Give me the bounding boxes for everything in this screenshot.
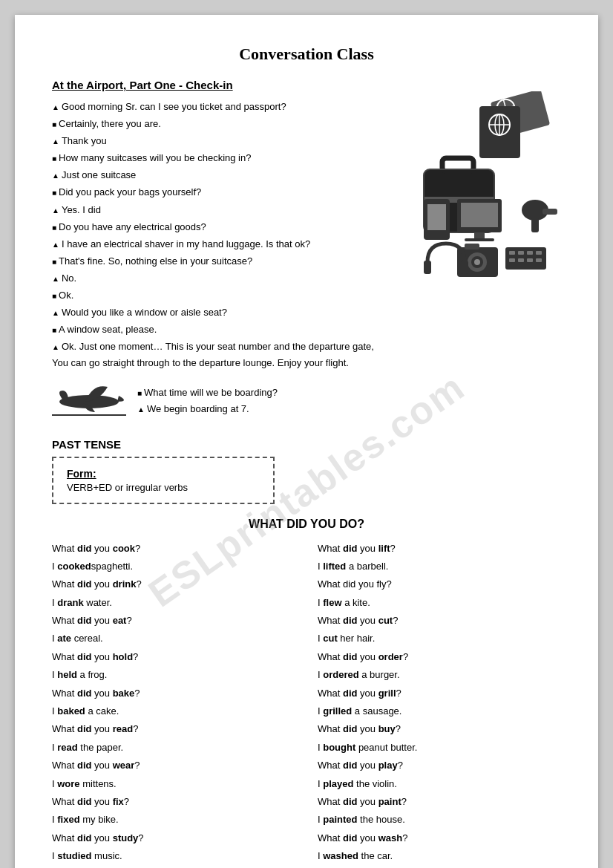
- dialogue-line-14: A window seat, please.: [52, 322, 383, 338]
- airport-section-title: At the Airport, Part One - Check-in: [52, 79, 561, 91]
- form-content: VERB+ED or irregular verbs: [67, 482, 188, 493]
- left-column: What did you cook? I cookedspaghetti. Wh…: [52, 540, 295, 869]
- list-item: I drank water.: [52, 594, 295, 611]
- list-item: I wore mittens.: [52, 775, 295, 792]
- svg-point-25: [474, 259, 480, 265]
- list-item: I ordered a burger.: [318, 666, 561, 683]
- list-item: What did you dust?: [318, 866, 561, 868]
- dialogue-line-7: Yes. I did: [52, 202, 383, 218]
- svg-rect-37: [461, 261, 468, 274]
- list-item: What did you fix?: [52, 793, 295, 810]
- dialogue-line-6: Did you pack your bags yourself?: [52, 184, 383, 200]
- svg-rect-31: [536, 251, 542, 255]
- list-item: What did you fly?: [318, 575, 561, 593]
- boarding-line-2: We begin boarding at 7.: [137, 401, 278, 417]
- list-item: What did you wear?: [52, 757, 295, 774]
- svg-rect-34: [527, 258, 533, 262]
- page: ESLprintables.com Conversation Class At …: [15, 15, 598, 868]
- list-item: What did you eat?: [52, 612, 295, 629]
- svg-rect-18: [465, 238, 494, 241]
- list-item: I washed the car.: [318, 847, 561, 864]
- conversation-section: Good morning Sr. can I see you ticket an…: [52, 99, 561, 372]
- dialogue-line-13: Would you like a window or aisle seat?: [52, 304, 383, 321]
- plane-icon-container: [52, 379, 126, 423]
- list-item: I read the paper.: [52, 739, 295, 756]
- form-box: Form: VERB+ED or irregular verbs: [52, 457, 275, 504]
- past-tense-section: PAST TENSE Form: VERB+ED or irregular ve…: [52, 438, 561, 869]
- list-item: I studied music.: [52, 847, 295, 864]
- plane-icon: [52, 379, 126, 420]
- list-item: I cookedspaghetti.: [52, 558, 295, 575]
- svg-rect-29: [518, 251, 524, 255]
- dialogue-line-12: Ok.: [52, 287, 383, 304]
- boarding-line-1: What time will we be boarding?: [137, 385, 278, 401]
- what-did-header: WHAT DID YOU DO?: [52, 518, 561, 531]
- list-item: I ate cereal.: [52, 630, 295, 647]
- list-item: I flew a kite.: [318, 594, 561, 611]
- svg-rect-30: [527, 251, 533, 255]
- list-item: What did you play?: [318, 757, 561, 774]
- list-item: What did you grill?: [318, 685, 561, 702]
- list-item: What did you buy?: [318, 720, 561, 737]
- dialogue-line-8: Do you have any electrical goods?: [52, 219, 383, 235]
- list-item: What did you cook?: [52, 540, 295, 557]
- dialogue-line-2: Certainly, there you are.: [52, 116, 383, 132]
- svg-rect-28: [509, 251, 515, 255]
- svg-rect-36: [424, 261, 431, 274]
- dialogue-line-4: How many suitcases will you be checking …: [52, 150, 383, 166]
- conversation-text: Good morning Sr. can I see you ticket an…: [52, 99, 383, 372]
- form-label: Form:: [67, 468, 96, 480]
- list-item: What did you play?: [52, 866, 295, 868]
- list-item: I lifted a barbell.: [318, 558, 561, 575]
- list-item: I played the violin.: [318, 775, 561, 792]
- list-item: I cut her hair.: [318, 630, 561, 647]
- list-item: I grilled a sausage.: [318, 702, 561, 719]
- list-item: What did you wash?: [318, 829, 561, 846]
- svg-rect-20: [542, 209, 557, 215]
- qa-columns: What did you cook? I cookedspaghetti. Wh…: [52, 540, 561, 869]
- page-title: Conversation Class: [52, 45, 561, 64]
- airport-images: [413, 91, 561, 299]
- electronics-icons: [420, 195, 561, 314]
- list-item: What did you bake?: [52, 685, 295, 702]
- svg-rect-33: [518, 258, 524, 262]
- svg-rect-26: [465, 244, 479, 249]
- list-item: What did you study?: [52, 829, 295, 846]
- dialogue-line-11: No.: [52, 270, 383, 287]
- dialogue-line-5: Just one suitcase: [52, 167, 383, 183]
- past-tense-header: PAST TENSE: [52, 438, 561, 451]
- svg-rect-14: [427, 204, 446, 230]
- dialogue-line-15: Ok. Just one moment… This is your seat n…: [52, 339, 383, 371]
- list-item: What did you lift?: [318, 540, 561, 557]
- list-item: What did you drink?: [52, 575, 295, 593]
- dialogue-line-10: That's fine. So, nothing else in your su…: [52, 253, 383, 270]
- list-item: I held a frog.: [52, 666, 295, 683]
- plane-section: What time will we be boarding? We begin …: [52, 379, 561, 423]
- dialogue-line-1: Good morning Sr. can I see you ticket an…: [52, 99, 383, 115]
- list-item: I baked a cake.: [52, 702, 295, 719]
- list-item: What did you cut?: [318, 612, 561, 629]
- list-item: I fixed my bike.: [52, 811, 295, 828]
- right-column: What did you lift? I lifted a barbell. W…: [318, 540, 561, 869]
- boarding-text: What time will we be boarding? We begin …: [137, 385, 278, 417]
- svg-rect-17: [474, 232, 485, 238]
- dialogue-line-3: Thank you: [52, 133, 383, 149]
- list-item: What did you read?: [52, 720, 295, 737]
- svg-rect-21: [531, 218, 539, 232]
- list-item: I bought peanut butter.: [318, 739, 561, 756]
- svg-rect-16: [461, 203, 498, 227]
- list-item: What did you paint?: [318, 793, 561, 810]
- dialogue-line-9: I have an electrical shaver in my hand l…: [52, 236, 383, 252]
- list-item: What did you hold?: [52, 648, 295, 665]
- svg-rect-32: [509, 258, 515, 262]
- list-item: What did you order?: [318, 648, 561, 665]
- list-item: I painted the house.: [318, 811, 561, 828]
- svg-rect-35: [536, 258, 542, 262]
